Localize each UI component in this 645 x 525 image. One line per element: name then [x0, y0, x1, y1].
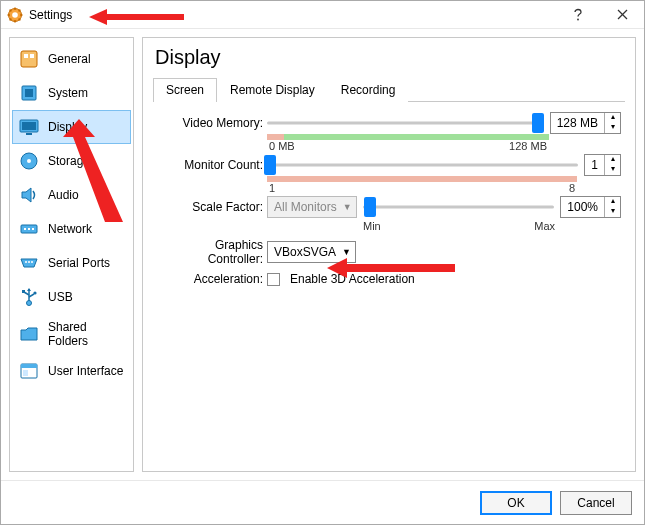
scale-factor-min: Min — [363, 220, 381, 232]
sidebar-item-storage[interactable]: Storage — [12, 144, 131, 178]
ok-button[interactable]: OK — [480, 491, 552, 515]
usb-icon — [18, 286, 40, 308]
graphics-controller-label: Graphics Controller: — [157, 238, 267, 266]
svg-rect-25 — [24, 228, 26, 230]
system-icon — [18, 82, 40, 104]
general-icon — [18, 48, 40, 70]
scale-factor-label: Scale Factor: — [157, 200, 267, 214]
form-area: Video Memory: 128 MB ▴▾ — [153, 102, 625, 292]
video-memory-min: 0 MB — [269, 140, 295, 152]
svg-rect-41 — [23, 370, 28, 376]
svg-point-32 — [27, 301, 32, 306]
svg-rect-14 — [24, 54, 28, 58]
shared-folders-icon — [18, 323, 40, 345]
monitor-count-max: 8 — [569, 182, 575, 194]
close-button[interactable] — [600, 1, 644, 29]
video-memory-slider[interactable] — [267, 113, 544, 133]
tab-remote-display[interactable]: Remote Display — [217, 78, 328, 102]
sidebar-item-label: Serial Ports — [48, 256, 110, 270]
help-button[interactable] — [556, 1, 600, 29]
dialog-footer: OK Cancel — [1, 480, 644, 524]
sidebar-item-network[interactable]: Network — [12, 212, 131, 246]
svg-point-10 — [577, 18, 579, 20]
scale-factor-max: Max — [534, 220, 555, 232]
sidebar-item-system[interactable]: System — [12, 76, 131, 110]
acceleration-label: Acceleration: — [157, 272, 267, 286]
sidebar-item-label: Shared Folders — [48, 320, 125, 348]
svg-point-1 — [12, 12, 18, 18]
monitor-count-label: Monitor Count: — [157, 158, 267, 172]
tab-recording[interactable]: Recording — [328, 78, 409, 102]
video-memory-label: Video Memory: — [157, 116, 267, 130]
user-interface-icon — [18, 360, 40, 382]
svg-rect-19 — [22, 122, 36, 130]
app-icon — [7, 7, 23, 23]
svg-point-38 — [33, 291, 36, 294]
sidebar-item-label: Display — [48, 120, 87, 134]
sidebar-item-user-interface[interactable]: User Interface — [12, 354, 131, 388]
sidebar-item-serial-ports[interactable]: Serial Ports — [12, 246, 131, 280]
audio-icon — [18, 184, 40, 206]
storage-icon — [18, 150, 40, 172]
sidebar-item-general[interactable]: General — [12, 42, 131, 76]
enable-3d-label: Enable 3D Acceleration — [290, 272, 415, 286]
monitor-count-slider[interactable] — [267, 155, 578, 175]
svg-rect-27 — [32, 228, 34, 230]
page-title: Display — [155, 46, 625, 69]
svg-rect-13 — [21, 51, 37, 67]
sidebar-item-label: Audio — [48, 188, 79, 202]
window-title: Settings — [29, 8, 72, 22]
enable-3d-checkbox[interactable] — [267, 273, 280, 286]
network-icon — [18, 218, 40, 240]
svg-rect-15 — [30, 54, 34, 58]
svg-rect-40 — [21, 364, 37, 368]
svg-rect-36 — [22, 290, 25, 293]
svg-point-29 — [25, 261, 27, 263]
sidebar-item-label: System — [48, 86, 88, 100]
title-bar: Settings — [1, 1, 644, 29]
video-memory-max: 128 MB — [509, 140, 547, 152]
tab-screen[interactable]: Screen — [153, 78, 217, 102]
sidebar-item-shared-folders[interactable]: Shared Folders — [12, 314, 131, 354]
sidebar-item-label: Network — [48, 222, 92, 236]
svg-point-31 — [31, 261, 33, 263]
svg-point-22 — [27, 159, 31, 163]
sidebar: General System Display Storage — [9, 37, 134, 472]
sidebar-item-display[interactable]: Display — [12, 110, 131, 144]
graphics-controller-dropdown[interactable]: VBoxSVGA▼ — [267, 241, 356, 263]
sidebar-item-label: User Interface — [48, 364, 123, 378]
spin-down-icon[interactable]: ▾ — [605, 165, 620, 175]
scale-factor-value[interactable]: 100% ▴▾ — [560, 196, 621, 218]
monitor-count-min: 1 — [269, 182, 275, 194]
svg-point-30 — [28, 261, 30, 263]
chevron-down-icon: ▼ — [343, 202, 352, 212]
sidebar-item-label: USB — [48, 290, 73, 304]
svg-rect-26 — [28, 228, 30, 230]
display-icon — [18, 116, 40, 138]
sidebar-item-audio[interactable]: Audio — [12, 178, 131, 212]
sidebar-item-label: General — [48, 52, 91, 66]
chevron-down-icon: ▼ — [342, 247, 351, 257]
scale-factor-monitor-dropdown[interactable]: All Monitors▼ — [267, 196, 357, 218]
cancel-button[interactable]: Cancel — [560, 491, 632, 515]
main-panel: Display Screen Remote Display Recording … — [142, 37, 636, 472]
settings-window: Settings General — [0, 0, 645, 525]
scale-factor-slider[interactable] — [363, 197, 555, 217]
video-memory-value[interactable]: 128 MB ▴▾ — [550, 112, 621, 134]
tabs: Screen Remote Display Recording — [153, 77, 625, 102]
svg-rect-17 — [25, 89, 33, 97]
spin-down-icon[interactable]: ▾ — [605, 123, 620, 133]
spin-down-icon[interactable]: ▾ — [605, 207, 620, 217]
monitor-count-value[interactable]: 1 ▴▾ — [584, 154, 621, 176]
svg-rect-20 — [26, 133, 32, 135]
sidebar-item-label: Storage — [48, 154, 90, 168]
sidebar-item-usb[interactable]: USB — [12, 280, 131, 314]
svg-marker-34 — [27, 288, 31, 291]
svg-marker-23 — [22, 188, 31, 202]
serial-ports-icon — [18, 252, 40, 274]
